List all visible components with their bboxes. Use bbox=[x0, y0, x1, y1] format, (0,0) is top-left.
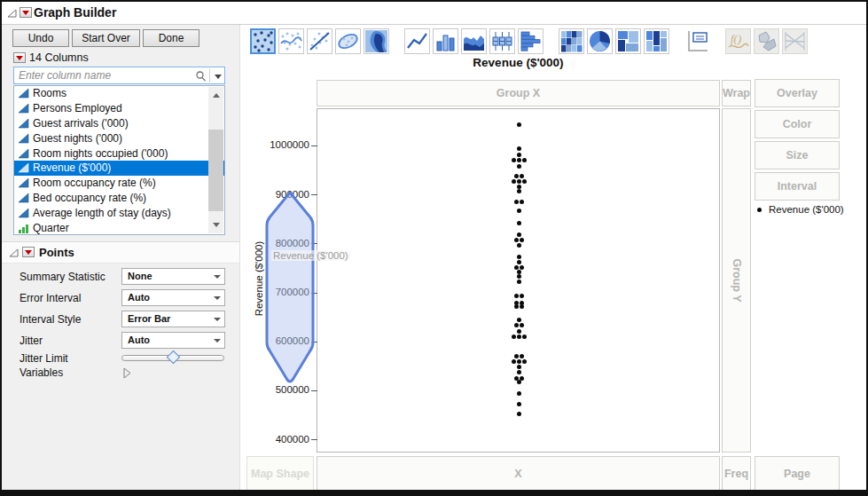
data-point[interactable] bbox=[517, 158, 521, 162]
column-item-bed-occupancy-rate[interactable]: Bed occupancy rate (%) bbox=[14, 191, 224, 206]
data-point[interactable] bbox=[517, 189, 521, 193]
data-point[interactable] bbox=[517, 279, 521, 284]
line-of-fit-element-icon[interactable] bbox=[307, 28, 332, 54]
data-point[interactable] bbox=[520, 265, 524, 270]
data-point[interactable] bbox=[517, 260, 521, 264]
data-point[interactable] bbox=[517, 146, 521, 151]
red-triangle-menu-icon[interactable] bbox=[20, 7, 32, 18]
caption-box-element-icon[interactable] bbox=[684, 28, 710, 54]
scroll-up-icon[interactable] bbox=[208, 87, 223, 100]
points-red-triangle-icon[interactable] bbox=[22, 247, 35, 257]
data-point[interactable] bbox=[522, 158, 527, 162]
smoother-element-icon[interactable] bbox=[278, 28, 304, 54]
drop-zone-color[interactable]: Color bbox=[755, 110, 840, 138]
drop-zone-x[interactable]: X bbox=[317, 456, 720, 492]
column-item-average-length-of-stay-days[interactable]: Average length of stay (days) bbox=[14, 205, 224, 220]
column-item-rooms[interactable]: Rooms bbox=[14, 86, 224, 101]
columns-list-scrollbar[interactable] bbox=[208, 87, 223, 233]
data-point[interactable] bbox=[514, 294, 519, 298]
summary-statistic-dropdown[interactable]: None bbox=[121, 268, 225, 285]
data-point[interactable] bbox=[520, 200, 524, 204]
columns-red-triangle-icon[interactable] bbox=[13, 52, 26, 63]
jitter-limit-slider-thumb[interactable] bbox=[167, 350, 181, 365]
column-item-room-occupancy-rate[interactable]: Room occupancy rate (%) bbox=[14, 176, 224, 191]
histogram-element-icon[interactable] bbox=[518, 28, 543, 54]
data-point[interactable] bbox=[517, 274, 521, 279]
treemap-element-icon[interactable] bbox=[615, 28, 641, 54]
drop-zone-map-shape[interactable]: Map Shape bbox=[246, 456, 314, 492]
column-item-persons-employed[interactable]: Persons Employed bbox=[14, 101, 224, 116]
done-button[interactable]: Done bbox=[143, 29, 199, 47]
line-element-icon[interactable] bbox=[404, 28, 430, 54]
data-point[interactable] bbox=[512, 179, 516, 184]
data-point[interactable] bbox=[514, 265, 519, 270]
search-icon[interactable] bbox=[195, 70, 207, 82]
data-point[interactable] bbox=[514, 200, 519, 204]
mosaic-element-icon[interactable] bbox=[644, 28, 669, 54]
plot-area[interactable] bbox=[317, 108, 720, 453]
heatmap-element-icon[interactable] bbox=[559, 28, 584, 54]
drop-zone-group-y[interactable]: Group Y bbox=[722, 108, 751, 453]
data-point[interactable] bbox=[514, 304, 519, 309]
data-point[interactable] bbox=[520, 174, 524, 178]
data-point[interactable] bbox=[514, 238, 519, 242]
data-point[interactable] bbox=[517, 243, 521, 248]
drop-zone-page[interactable]: Page bbox=[755, 456, 840, 492]
variables-disclosure-icon[interactable] bbox=[123, 367, 132, 379]
area-element-icon[interactable] bbox=[461, 28, 487, 54]
data-point[interactable] bbox=[514, 174, 519, 178]
drop-zone-group-x[interactable]: Group X bbox=[317, 80, 720, 106]
data-point[interactable] bbox=[517, 164, 521, 169]
column-item-quarter[interactable]: Quarter bbox=[14, 220, 224, 235]
data-point[interactable] bbox=[520, 294, 524, 298]
data-point[interactable] bbox=[517, 391, 521, 396]
ellipse-element-icon[interactable] bbox=[335, 28, 361, 54]
search-dropdown-icon[interactable] bbox=[215, 75, 222, 83]
data-point[interactable] bbox=[520, 238, 524, 242]
contour-element-icon[interactable] bbox=[364, 28, 389, 54]
points-collapse-triangle-icon[interactable] bbox=[9, 248, 19, 257]
column-item-revenue-000[interactable]: Revenue ($'000) bbox=[14, 161, 224, 176]
data-point[interactable] bbox=[522, 359, 527, 364]
data-point[interactable] bbox=[517, 402, 521, 406]
data-point[interactable] bbox=[520, 304, 524, 309]
data-point[interactable] bbox=[517, 318, 521, 322]
data-point[interactable] bbox=[517, 221, 521, 225]
drop-zone-interval[interactable]: Interval bbox=[755, 172, 840, 201]
data-point[interactable] bbox=[517, 179, 521, 184]
data-point[interactable] bbox=[520, 323, 524, 327]
data-point[interactable] bbox=[517, 359, 521, 364]
bar-element-icon[interactable] bbox=[433, 28, 458, 54]
data-point[interactable] bbox=[517, 209, 521, 213]
pie-element-icon[interactable] bbox=[587, 28, 613, 54]
jitter-dropdown[interactable]: Auto bbox=[121, 332, 225, 349]
data-point[interactable] bbox=[517, 412, 521, 416]
column-item-guest-arrivals-000[interactable]: Guest arrivals ('000) bbox=[14, 116, 224, 131]
box-plot-element-icon[interactable] bbox=[489, 28, 515, 54]
points-element-icon[interactable] bbox=[250, 28, 276, 54]
data-point[interactable] bbox=[512, 158, 516, 162]
collapse-triangle-icon[interactable] bbox=[7, 9, 17, 18]
data-point[interactable] bbox=[512, 359, 516, 364]
data-point[interactable] bbox=[517, 185, 521, 189]
data-point[interactable] bbox=[517, 329, 521, 334]
error-interval-dropdown[interactable]: Auto bbox=[121, 289, 225, 306]
data-point[interactable] bbox=[514, 354, 519, 358]
drop-zone-overlay[interactable]: Overlay bbox=[755, 79, 840, 107]
data-point[interactable] bbox=[512, 335, 516, 339]
data-point[interactable] bbox=[522, 179, 527, 184]
drop-zone-freq[interactable]: Freq bbox=[722, 456, 751, 492]
column-item-guest-nights-000[interactable]: Guest nights ('000) bbox=[14, 130, 224, 146]
data-point[interactable] bbox=[522, 335, 527, 339]
undo-button[interactable]: Undo bbox=[12, 29, 69, 47]
search-input[interactable]: Enter column name bbox=[13, 67, 225, 84]
drop-zone-size[interactable]: Size bbox=[755, 141, 840, 169]
scrollbar-thumb[interactable] bbox=[208, 130, 223, 211]
data-point[interactable] bbox=[517, 153, 521, 157]
data-point[interactable] bbox=[517, 380, 521, 384]
drop-zone-wrap[interactable]: Wrap bbox=[722, 80, 751, 106]
data-point[interactable] bbox=[517, 370, 521, 374]
data-point[interactable] bbox=[517, 232, 521, 237]
data-point[interactable] bbox=[517, 365, 521, 369]
scroll-down-icon[interactable] bbox=[208, 220, 223, 233]
